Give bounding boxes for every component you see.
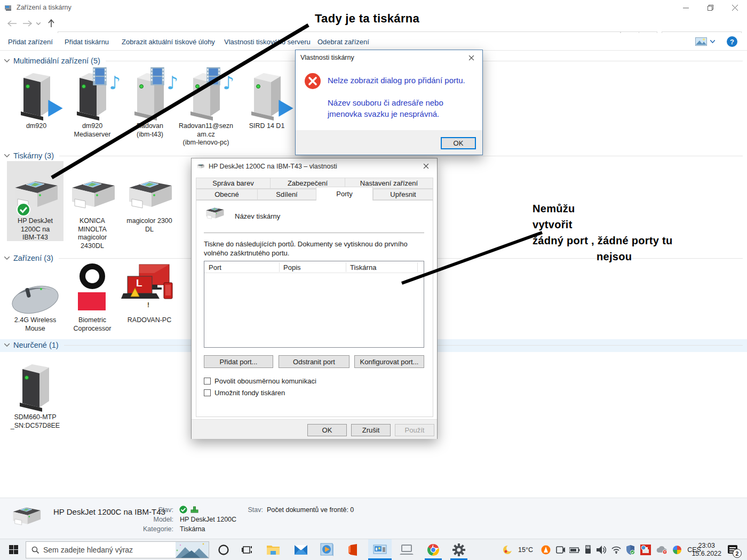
file-explorer-button[interactable] bbox=[265, 539, 282, 560]
device-tile-dm920-mediaserver[interactable]: ♪ dm920 Mediaserver bbox=[64, 65, 121, 139]
notification-center-button[interactable]: 2 bbox=[724, 539, 743, 560]
battery-icon[interactable] bbox=[568, 539, 582, 560]
cancel-button[interactable]: Zrušit bbox=[351, 424, 391, 436]
up-button[interactable] bbox=[45, 17, 58, 30]
wifi-icon[interactable] bbox=[609, 539, 623, 560]
device-tile-radovan-ibm-t43[interactable]: ♪ Radovan (ibm-t43) bbox=[122, 65, 178, 139]
printer-label: magicolor 2300 DL bbox=[121, 217, 178, 234]
device-tile-dm920[interactable]: dm920 bbox=[8, 65, 65, 131]
taskbar-search-placeholder: Sem zadejte hledaný výraz bbox=[43, 546, 171, 554]
task-view-button[interactable] bbox=[239, 539, 255, 560]
minimize-button[interactable] bbox=[673, 0, 698, 15]
annotation-line: žádný port , žádné porty tu bbox=[533, 233, 673, 249]
media-player-button[interactable] bbox=[318, 539, 336, 560]
device-tile-sird-14-d1[interactable]: SIRD 14 D1 bbox=[239, 65, 295, 131]
printer-app-tray-icon[interactable] bbox=[638, 539, 653, 560]
clock[interactable]: 23:03 15.6.2022 bbox=[692, 542, 721, 558]
back-button[interactable] bbox=[5, 17, 18, 30]
device-label: dm920 bbox=[8, 122, 65, 131]
maximize-button[interactable] bbox=[698, 0, 722, 15]
recent-pages-dropdown[interactable] bbox=[34, 17, 43, 30]
column-tiskarna[interactable]: Tiskárna bbox=[350, 263, 376, 271]
printer-tile-hp-deskjet-selected[interactable]: HP DeskJet 1200C na IBM-T43 bbox=[7, 161, 63, 241]
temperature-readout[interactable]: 15°C bbox=[515, 539, 536, 560]
printer-tile-magicolor-2300[interactable]: magicolor 2300 DL bbox=[121, 161, 178, 234]
taskbar-chrome-button[interactable] bbox=[424, 539, 443, 560]
add-port-button[interactable]: Přidat port... bbox=[204, 355, 273, 368]
print-server-props-command[interactable]: Vlastnosti tiskového serveru bbox=[224, 38, 311, 46]
close-button[interactable] bbox=[722, 0, 747, 15]
ok-button[interactable]: OK bbox=[441, 137, 476, 149]
forward-button[interactable] bbox=[21, 17, 34, 30]
section-title: Neurčené (1) bbox=[13, 341, 59, 349]
start-button[interactable] bbox=[4, 539, 22, 560]
tab-porty-active[interactable]: Porty bbox=[316, 187, 373, 201]
column-popis[interactable]: Popis bbox=[283, 263, 301, 271]
remove-port-button[interactable]: Odstranit port bbox=[279, 355, 349, 368]
pinwheel-app-icon[interactable] bbox=[670, 539, 684, 560]
tab-upresnit[interactable]: Upřesnit bbox=[373, 189, 433, 200]
cortana-button[interactable] bbox=[216, 539, 232, 560]
ok-button[interactable]: OK bbox=[307, 424, 347, 436]
security-shield-icon[interactable] bbox=[623, 539, 637, 560]
meet-now-icon[interactable] bbox=[554, 539, 568, 560]
annotation-line: vytvořit bbox=[533, 217, 673, 233]
music-note-icon: ♪ bbox=[222, 74, 234, 92]
configure-port-button[interactable]: Konfigurovat port... bbox=[354, 355, 424, 368]
device-tile-wireless-mouse[interactable]: 2.4G Wireless Mouse bbox=[7, 262, 63, 333]
view-print-jobs-command[interactable]: Zobrazit aktuální tiskové úlohy bbox=[122, 38, 215, 46]
help-button[interactable]: ? bbox=[727, 36, 737, 47]
view-options[interactable] bbox=[695, 37, 715, 46]
weather-icon[interactable] bbox=[500, 539, 514, 560]
mail-button[interactable] bbox=[292, 539, 309, 560]
device-tile-sdm660[interactable]: SDM660-MTP _SN:DC57D8EE bbox=[7, 356, 63, 430]
tab-obecne[interactable]: Obecné bbox=[196, 189, 258, 200]
section-title: Tiskárny (3) bbox=[13, 151, 54, 160]
laptop-letter-glyph: L bbox=[136, 277, 142, 289]
onedrive-error-icon[interactable] bbox=[654, 539, 669, 560]
volume-icon[interactable] bbox=[594, 539, 609, 560]
add-device-command[interactable]: Přidat zařízení bbox=[8, 38, 53, 46]
button-label: OK bbox=[322, 426, 332, 434]
model-label: Model: bbox=[123, 516, 173, 523]
tab-sprava-barev[interactable]: Správa barev bbox=[196, 178, 271, 189]
device-tile-radovan-pc[interactable]: L ! RADOVAN-PC bbox=[121, 262, 178, 325]
device-tile-radovan11[interactable]: ♪ Radovan11@sezn am.cz (ibm-lenovo-pc) bbox=[178, 65, 234, 147]
device-tile-biometric[interactable]: Biometric Coprocessor bbox=[64, 262, 121, 333]
device-label: 2.4G Wireless Mouse bbox=[7, 316, 63, 333]
storage-tower-icon bbox=[18, 363, 52, 412]
command-bar: Přidat zařízení Přidat tiskárnu Zobrazit… bbox=[0, 33, 747, 51]
column-port[interactable]: Port bbox=[209, 263, 221, 271]
add-printer-command[interactable]: Přidat tiskárnu bbox=[65, 38, 109, 46]
close-button[interactable] bbox=[415, 159, 436, 173]
remove-device-command[interactable]: Odebrat zařízení bbox=[317, 38, 369, 46]
printer-pooling-checkbox[interactable] bbox=[204, 389, 211, 396]
tab-sdileni[interactable]: Sdílení bbox=[257, 189, 316, 200]
help-icon: ? bbox=[730, 38, 734, 46]
taskbar-search-input[interactable]: Sem zadejte hledaný výraz bbox=[26, 541, 209, 558]
bidirectional-checkbox-label[interactable]: Povolit obousměrnou komunikaci bbox=[214, 377, 316, 385]
usb-icon[interactable] bbox=[582, 539, 594, 560]
taskbar-settings-button[interactable] bbox=[449, 539, 468, 560]
printer-tile-konica-minolta[interactable]: KONICA MINOLTA magicolor 2430DL bbox=[64, 161, 121, 250]
taskbar: Sem zadejte hledaný výraz bbox=[0, 539, 747, 560]
printer-icon bbox=[10, 505, 43, 528]
window-title: Zařízení a tiskárny bbox=[17, 4, 71, 11]
annotation-line: Nemůžu bbox=[533, 201, 673, 217]
printer-pooling-checkbox-label[interactable]: Umožnit fondy tiskáren bbox=[214, 389, 285, 397]
separator bbox=[204, 233, 424, 233]
office-button[interactable] bbox=[345, 539, 362, 560]
warning-icon: ! bbox=[147, 301, 149, 309]
bidirectional-checkbox[interactable] bbox=[204, 378, 211, 385]
tab-label: Upřesnit bbox=[390, 190, 416, 198]
film-icon bbox=[206, 67, 220, 85]
button-label: Konfigurovat port... bbox=[360, 358, 419, 366]
taskbar-devices-window-button[interactable] bbox=[368, 539, 392, 560]
device-label: Radovan11@sezn am.cz (ibm-lenovo-pc) bbox=[178, 122, 234, 147]
apply-button[interactable]: Použít bbox=[395, 424, 434, 436]
ports-list[interactable]: Port Popis Tiskárna bbox=[204, 261, 424, 348]
close-button[interactable] bbox=[460, 51, 482, 65]
thumbnail-view-icon bbox=[695, 37, 707, 46]
avast-tray-icon[interactable] bbox=[539, 539, 553, 560]
taskbar-laptop-button[interactable] bbox=[397, 539, 416, 560]
